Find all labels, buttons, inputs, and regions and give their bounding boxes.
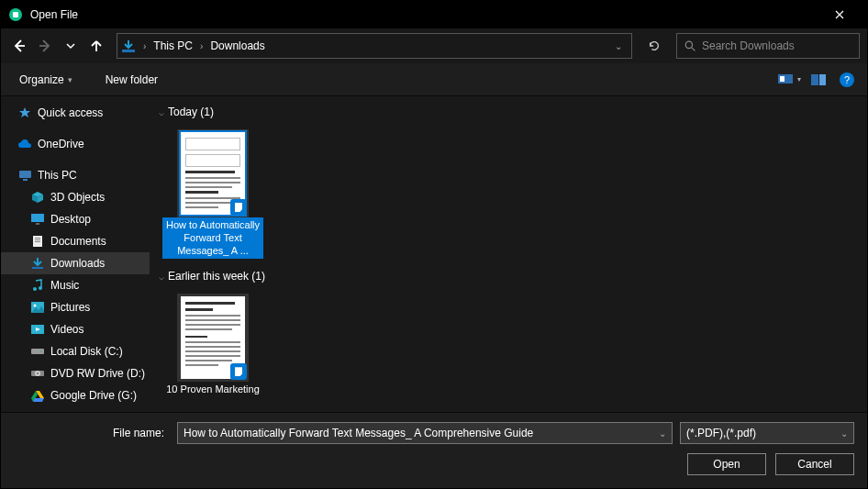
chevron-right-icon: ›: [139, 41, 150, 51]
svg-rect-5: [780, 76, 785, 82]
sidebar-documents[interactable]: Documents: [1, 230, 150, 252]
sidebar-onedrive[interactable]: OneDrive: [1, 133, 150, 155]
svg-rect-1: [13, 12, 18, 17]
breadcrumb-this-pc[interactable]: This PC: [150, 34, 196, 58]
open-button[interactable]: Open: [687, 453, 766, 475]
svg-rect-16: [32, 267, 43, 269]
star-icon: [17, 106, 32, 120]
sidebar-downloads[interactable]: Downloads: [1, 252, 150, 274]
search-icon: [684, 40, 696, 52]
view-options-button[interactable]: ▾: [775, 69, 803, 91]
svg-rect-10: [31, 214, 44, 222]
document-icon: [30, 234, 45, 249]
svg-rect-9: [23, 179, 28, 181]
titlebar: Open File: [1, 1, 867, 28]
caret-down-icon: ▾: [68, 75, 72, 84]
group-header-earlier[interactable]: ⌵ Earlier this week (1): [155, 264, 867, 288]
videos-icon: [30, 322, 45, 337]
chevron-down-icon: ⌵: [159, 272, 164, 282]
svg-rect-6: [811, 74, 818, 85]
filename-input[interactable]: How to Automatically Forward Text Messag…: [177, 422, 673, 444]
filename-label: File name:: [14, 427, 170, 439]
file-item[interactable]: 10 Proven Marketing: [162, 294, 263, 398]
svg-rect-7: [819, 74, 826, 85]
sidebar-3d-objects[interactable]: 3D Objects: [1, 186, 150, 208]
sidebar-quick-access[interactable]: Quick access: [1, 102, 150, 124]
pdf-badge-icon: [230, 363, 247, 380]
chevron-right-icon: ›: [196, 41, 206, 51]
file-type-filter[interactable]: (*.PDF),(*.pdf) ⌄: [680, 422, 854, 444]
address-bar[interactable]: › This PC › Downloads ⌄: [117, 33, 632, 59]
sidebar-local-disk[interactable]: Local Disk (C:): [1, 340, 150, 362]
help-button[interactable]: ?: [840, 72, 854, 87]
svg-rect-8: [19, 171, 31, 178]
desktop-icon: [30, 212, 45, 227]
new-folder-button[interactable]: New folder: [100, 70, 163, 90]
gdrive-icon: [30, 388, 45, 403]
svg-rect-13: [35, 238, 40, 239]
search-placeholder: Search Downloads: [702, 39, 795, 52]
sidebar-desktop[interactable]: Desktop: [1, 208, 150, 230]
svg-point-3: [685, 41, 692, 48]
refresh-button[interactable]: [641, 33, 667, 59]
address-dropdown[interactable]: ⌄: [609, 41, 628, 51]
organize-button[interactable]: Organize▾: [14, 70, 78, 90]
nav-bar: › This PC › Downloads ⌄ Search Downloads: [1, 28, 867, 63]
svg-point-20: [34, 305, 37, 307]
toolbar: Organize▾ New folder ▾ ?: [1, 63, 867, 96]
dvd-icon: [30, 366, 45, 381]
sidebar-google-drive[interactable]: Google Drive (G:): [1, 384, 150, 406]
sidebar-videos[interactable]: Videos: [1, 318, 150, 340]
svg-point-17: [33, 287, 37, 291]
downloads-icon: [30, 256, 45, 271]
forward-button[interactable]: [34, 35, 56, 57]
file-list[interactable]: ⌵ Today (1): [150, 96, 867, 412]
sidebar: Quick access OneDrive This PC 3D Objects…: [1, 96, 150, 412]
sidebar-music[interactable]: Music: [1, 274, 150, 296]
file-caption: 10 Proven Marketing: [162, 382, 263, 398]
disk-icon: [30, 344, 45, 359]
cancel-button[interactable]: Cancel: [775, 453, 854, 475]
svg-point-18: [39, 286, 42, 290]
breadcrumb-downloads[interactable]: Downloads: [206, 34, 268, 58]
footer: File name: How to Automatically Forward …: [1, 412, 867, 488]
app-icon: [8, 7, 23, 22]
pictures-icon: [30, 300, 45, 315]
downloads-path-icon: [121, 39, 136, 53]
sidebar-pictures[interactable]: Pictures: [1, 296, 150, 318]
group-header-today[interactable]: ⌵ Today (1): [155, 100, 867, 124]
svg-rect-2: [122, 50, 135, 52]
file-caption: How to Automatically Forward Text Messag…: [162, 217, 263, 259]
back-button[interactable]: [8, 35, 30, 57]
file-item[interactable]: How to Automatically Forward Text Messag…: [162, 129, 263, 259]
open-file-dialog: Open File › This PC › Downloads ⌄ Search…: [0, 0, 868, 489]
music-icon: [30, 278, 45, 293]
chevron-down-icon[interactable]: ⌄: [840, 428, 848, 439]
sidebar-dvd-drive[interactable]: DVD RW Drive (D:): [1, 362, 150, 384]
preview-pane-button[interactable]: [805, 69, 832, 91]
svg-rect-14: [35, 239, 40, 240]
chevron-down-icon: ⌵: [159, 107, 164, 117]
cube-icon: [30, 190, 45, 205]
recent-locations-button[interactable]: [60, 35, 82, 57]
close-button[interactable]: [819, 1, 860, 28]
sidebar-this-pc[interactable]: This PC: [1, 164, 150, 186]
pc-icon: [17, 168, 32, 183]
up-button[interactable]: [85, 35, 107, 57]
chevron-down-icon[interactable]: ⌄: [659, 428, 666, 439]
svg-rect-15: [35, 241, 40, 242]
svg-rect-11: [36, 223, 39, 225]
pdf-badge-icon: [230, 199, 247, 216]
search-input[interactable]: Search Downloads: [676, 33, 860, 59]
svg-point-23: [40, 350, 42, 352]
cloud-icon: [17, 137, 32, 151]
svg-point-26: [37, 372, 39, 374]
window-title: Open File: [30, 8, 78, 21]
